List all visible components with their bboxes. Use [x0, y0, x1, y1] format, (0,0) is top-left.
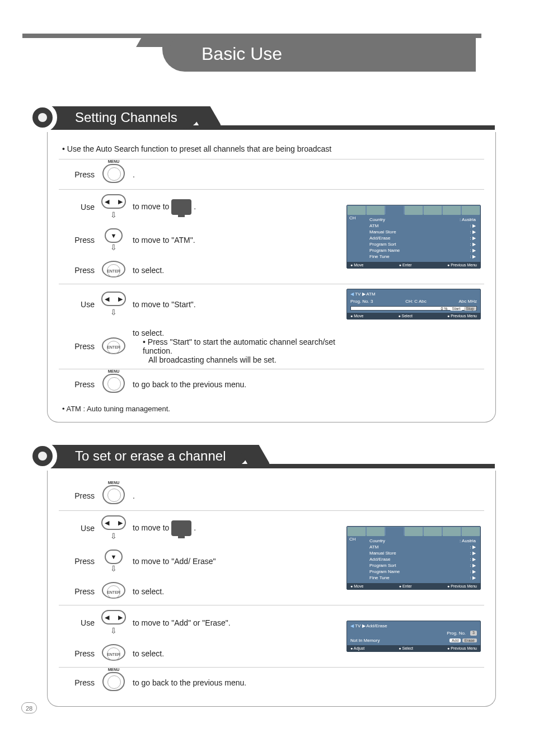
- enter-button-icon: ENTER: [102, 644, 125, 661]
- down-arrow-icon: ⇩: [110, 626, 117, 635]
- section-bullet-icon: [28, 442, 57, 471]
- step-action: Press: [59, 159, 98, 190]
- step-desc: to move to "Add/ Erase": [129, 545, 339, 577]
- left-right-button-icon: [101, 292, 126, 306]
- step-row: Press MENU .: [59, 159, 484, 190]
- step-row: Press MENU .: [59, 481, 484, 511]
- steps-table: Press MENU . Use ⇩ to move to . CH: [59, 481, 484, 697]
- section-footnote: ATM : Auto tuning management.: [62, 405, 484, 413]
- step-row: Use ⇩ to move to . CH Country: Austria A…: [59, 190, 484, 224]
- osd-screenshot-atm: ◀ TV ▶ ATM Prog. No. 3 CH: C Abc Abc MHz…: [346, 289, 481, 320]
- step-action: Press: [59, 256, 98, 284]
- left-right-button-icon: [101, 515, 126, 530]
- down-arrow-icon: ⇩: [110, 564, 117, 573]
- down-arrow-icon: ⇩: [110, 308, 117, 317]
- tv-menu-icon: [171, 199, 191, 215]
- step-desc: to select.: [129, 640, 339, 668]
- enter-button-icon: ENTER: [102, 337, 125, 354]
- step-row: Press MENU to go back to the previous me…: [59, 369, 484, 400]
- step-desc: to move to "Add" or "Erase".: [129, 605, 339, 640]
- step-action: Use: [59, 190, 98, 224]
- down-arrow-icon: ⇩: [110, 532, 117, 541]
- menu-button-icon: MENU: [102, 374, 125, 393]
- step-action: Press: [59, 324, 98, 369]
- section-setting-channels: Setting Channels Use the Auto Search fun…: [11, 106, 512, 422]
- section-intro: Use the Auto Search function to preset a…: [62, 144, 484, 153]
- page-number: 28: [21, 702, 37, 713]
- section-title: To set or erase a channel: [47, 445, 249, 467]
- step-row: Use ⇩ to move to . CH Country: Austria A…: [59, 511, 484, 546]
- step-row: Use ⇩ to move to "Start". ◀ TV ▶ ATM Pro…: [59, 284, 484, 325]
- step-action: Press: [59, 577, 98, 605]
- step-action: Press: [59, 668, 98, 698]
- down-button-icon: ▼: [105, 550, 123, 564]
- step-desc: to go back to the previous menu.: [129, 369, 339, 400]
- step-action: Press: [59, 640, 98, 668]
- down-arrow-icon: ⇩: [110, 243, 117, 252]
- step-action: Press: [59, 224, 98, 256]
- steps-table: Press MENU . Use ⇩ to move to . CH: [59, 159, 484, 399]
- section-title: Setting Channels: [47, 106, 200, 129]
- step-desc: .: [129, 481, 339, 511]
- osd-screenshot-ch-menu: CH Country: Austria ATM: ▶ Manual Store:…: [346, 526, 481, 590]
- step-desc: to move to .: [129, 511, 339, 546]
- step-action: Press: [59, 545, 98, 577]
- menu-button-icon: MENU: [102, 672, 125, 691]
- step-action: Use: [59, 284, 98, 325]
- section-set-erase-channel: To set or erase a channel Press MENU . U…: [11, 445, 512, 707]
- step-action: Use: [59, 511, 98, 546]
- step-desc: to select. Press "Start" to start the au…: [129, 324, 339, 369]
- enter-button-icon: ENTER: [102, 582, 125, 599]
- step-desc: to select.: [129, 256, 339, 284]
- down-arrow-icon: ⇩: [110, 210, 117, 219]
- step-desc: .: [129, 159, 339, 190]
- step-action: Use: [59, 605, 98, 640]
- osd-corner: CH: [349, 537, 356, 542]
- osd-corner: CH: [349, 215, 356, 220]
- step-action: Press: [59, 481, 98, 511]
- left-right-button-icon: [101, 194, 126, 209]
- header-accent: [22, 34, 481, 38]
- step-action: Press: [59, 369, 98, 400]
- step-desc: to move to "Start".: [129, 284, 339, 325]
- osd-screenshot-ch-menu: CH Country: Austria ATM: ▶ Manual Store:…: [346, 205, 481, 269]
- menu-button-icon: MENU: [102, 485, 125, 504]
- osd-screenshot-add-erase: ◀ TV ▶ Add/Erase Prog. No.3 Not In Memor…: [346, 621, 481, 652]
- menu-button-icon: MENU: [102, 164, 125, 183]
- page-header: Basic Use: [11, 34, 512, 84]
- section-bullet-icon: [28, 103, 57, 132]
- step-desc: to go back to the previous menu.: [129, 668, 339, 698]
- step-row: Press ENTER to select. Press "Start" to …: [59, 324, 484, 369]
- tv-menu-icon: [171, 520, 191, 536]
- down-button-icon: ▼: [105, 228, 123, 243]
- left-right-button-icon: [101, 610, 126, 624]
- step-desc: to move to .: [129, 190, 339, 224]
- step-desc: to move to "ATM".: [129, 224, 339, 256]
- step-row: Press MENU to go back to the previous me…: [59, 668, 484, 698]
- page-title: Basic Use: [202, 44, 282, 64]
- step-desc: to select.: [129, 577, 339, 605]
- step-row: Use ⇩ to move to "Add" or "Erase". ◀ TV …: [59, 605, 484, 640]
- enter-button-icon: ENTER: [102, 261, 125, 278]
